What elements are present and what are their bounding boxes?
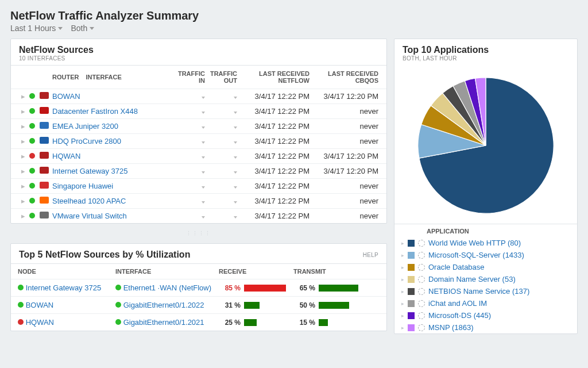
- node-link[interactable]: BOWAN: [26, 301, 54, 309]
- gear-icon[interactable]: [418, 276, 425, 283]
- expand-toggle[interactable]: ▸: [17, 212, 29, 220]
- last-cbqos-value: 3/4/17 12:20 PM: [310, 152, 381, 160]
- gear-icon[interactable]: [418, 240, 425, 247]
- app-row: ▸World Wide Web HTTP (80): [394, 237, 577, 249]
- traffic-in-toggle[interactable]: [173, 92, 205, 101]
- expand-toggle[interactable]: ▸: [17, 92, 29, 101]
- expand-toggle[interactable]: ▸: [17, 137, 29, 145]
- chevron-down-icon: [234, 201, 237, 204]
- app-row: ▸NETBIOS Name Service (137): [394, 285, 577, 297]
- traffic-out-toggle[interactable]: [205, 122, 241, 131]
- interface-link[interactable]: Internet Gateway 3725: [52, 167, 128, 175]
- expand-toggle[interactable]: ▸: [17, 107, 29, 116]
- status-dot: [29, 167, 40, 175]
- status-dot: [18, 319, 24, 325]
- expand-toggle[interactable]: ▸: [17, 122, 29, 131]
- time-range-dropdown[interactable]: Last 1 Hours: [10, 24, 63, 33]
- expand-toggle[interactable]: ▸: [401, 240, 404, 246]
- status-dot: [29, 122, 40, 131]
- traffic-in-toggle[interactable]: [173, 107, 205, 116]
- expand-toggle[interactable]: ▸: [401, 277, 404, 282]
- traffic-out-toggle[interactable]: [205, 137, 241, 145]
- interface-link[interactable]: VMware Virtual Switch: [52, 212, 127, 220]
- interface-link[interactable]: GigabitEthernet0/1.2021: [123, 318, 204, 327]
- traffic-out-toggle[interactable]: [205, 152, 241, 160]
- direction-label: Both: [71, 24, 87, 33]
- col-traffic-in: TRAFFIC IN: [173, 70, 205, 84]
- traffic-out-toggle[interactable]: [205, 92, 241, 101]
- traffic-in-toggle[interactable]: [173, 152, 205, 160]
- gear-icon[interactable]: [418, 300, 425, 307]
- interface-link[interactable]: HDQ ProCurve 2800: [52, 137, 121, 145]
- expand-toggle[interactable]: ▸: [17, 167, 29, 175]
- application-link[interactable]: NETBIOS Name Service (137): [428, 287, 529, 296]
- expand-toggle[interactable]: ▸: [401, 252, 404, 258]
- app-row: ▸Microsoft-DS (445): [394, 309, 577, 321]
- last-cbqos-value: never: [310, 182, 381, 190]
- expand-toggle[interactable]: ▸: [17, 197, 29, 205]
- expand-toggle[interactable]: ▸: [401, 325, 404, 331]
- interface-link[interactable]: HQWAN: [52, 152, 80, 160]
- last-netflow-value: 3/4/17 12:22 PM: [241, 137, 310, 145]
- traffic-in-toggle[interactable]: [173, 182, 205, 190]
- interface-link[interactable]: EMEA Juniper 3200: [52, 122, 118, 131]
- expand-toggle[interactable]: ▸: [401, 289, 404, 294]
- util-row: Internet Gateway 3725 Ethernet1 ·WAN (Ne…: [11, 279, 386, 296]
- traffic-in-toggle[interactable]: [173, 167, 205, 175]
- vendor-icon: [40, 122, 52, 131]
- traffic-in-toggle[interactable]: [173, 137, 205, 145]
- traffic-out-toggle[interactable]: [205, 167, 241, 175]
- time-range-label: Last 1 Hours: [10, 24, 56, 33]
- interface-link[interactable]: Ethernet1 ·WAN (NetFlow): [123, 283, 211, 292]
- traffic-in-toggle[interactable]: [173, 212, 205, 220]
- help-link[interactable]: HELP: [363, 252, 378, 258]
- traffic-out-toggle[interactable]: [205, 212, 241, 220]
- expand-toggle[interactable]: ▸: [401, 301, 404, 306]
- interface-link[interactable]: Singapore Huawei: [52, 182, 113, 190]
- last-cbqos-value: 3/4/17 12:20 PM: [310, 167, 381, 175]
- application-link[interactable]: World Wide Web HTTP (80): [428, 239, 521, 247]
- traffic-out-toggle[interactable]: [205, 197, 241, 205]
- legend-swatch: [408, 252, 415, 259]
- chevron-down-icon: [234, 156, 237, 159]
- last-cbqos-value: 3/4/17 12:20 PM: [310, 92, 381, 101]
- gear-icon[interactable]: [418, 312, 425, 319]
- gear-icon[interactable]: [418, 264, 425, 271]
- traffic-out-toggle[interactable]: [205, 107, 241, 116]
- interface-link[interactable]: Steelhead 1020 APAC: [52, 197, 126, 205]
- node-link[interactable]: HQWAN: [26, 318, 54, 327]
- application-link[interactable]: Oracle Database: [428, 263, 485, 271]
- gear-icon[interactable]: [418, 324, 425, 331]
- traffic-out-toggle[interactable]: [205, 182, 241, 190]
- expand-toggle[interactable]: ▸: [401, 264, 404, 270]
- direction-dropdown[interactable]: Both: [71, 24, 94, 33]
- application-link[interactable]: iChat and AOL IM: [428, 299, 487, 308]
- applications-pie-chart: [411, 71, 560, 220]
- expand-toggle[interactable]: ▸: [401, 313, 404, 319]
- expand-toggle[interactable]: ▸: [17, 152, 29, 160]
- application-link[interactable]: Domain Name Server (53): [428, 275, 516, 283]
- interface-link[interactable]: BOWAN: [52, 92, 80, 101]
- application-link[interactable]: Microsoft-SQL-Server (1433): [428, 251, 524, 259]
- traffic-in-toggle[interactable]: [173, 197, 205, 205]
- node-link[interactable]: Internet Gateway 3725: [26, 283, 102, 292]
- traffic-in-toggle[interactable]: [173, 122, 205, 131]
- interface-link[interactable]: GigabitEthernet0/1.2022: [123, 301, 204, 309]
- status-dot: [29, 137, 40, 145]
- gear-icon[interactable]: [418, 252, 425, 259]
- last-netflow-value: 3/4/17 12:22 PM: [241, 167, 310, 175]
- expand-toggle[interactable]: ▸: [17, 182, 29, 190]
- gear-icon[interactable]: [418, 288, 425, 295]
- util-title: Top 5 NetFlow Sources by % Utilization: [19, 250, 190, 260]
- panel-resize-grip[interactable]: ⋮⋮⋮⋮: [10, 229, 387, 237]
- application-link[interactable]: MSNP (1863): [428, 323, 474, 332]
- app-row: ▸Microsoft-SQL-Server (1433): [394, 249, 577, 261]
- page-title: NetFlow Traffic Analyzer Summary: [10, 9, 578, 22]
- vendor-icon: [40, 152, 52, 160]
- application-link[interactable]: Microsoft-DS (445): [428, 311, 491, 320]
- source-row: ▸HDQ ProCurve 28003/4/17 12:22 PMnever: [11, 133, 386, 148]
- chevron-down-icon: [90, 27, 94, 30]
- source-row: ▸VMware Virtual Switch3/4/17 12:22 PMnev…: [11, 208, 386, 223]
- interface-link[interactable]: Datacenter FastIron X448: [52, 107, 138, 116]
- vendor-icon: [40, 167, 52, 175]
